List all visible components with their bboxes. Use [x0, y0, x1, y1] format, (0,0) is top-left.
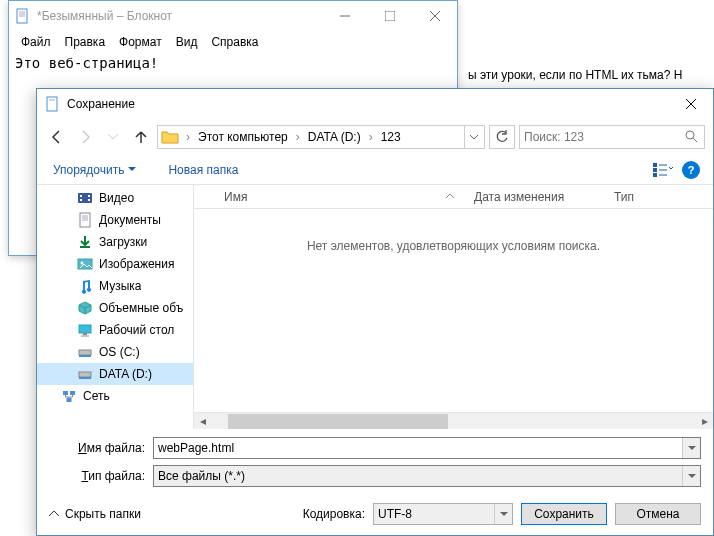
notepad-editor[interactable]: Это веб-страница!	[9, 51, 457, 75]
filename-dropdown[interactable]	[682, 438, 700, 458]
svg-rect-21	[80, 195, 82, 197]
sidebar-item-drive[interactable]: DATA (D:)	[37, 363, 193, 385]
scroll-thumb[interactable]	[228, 414, 448, 429]
chevron-right-icon[interactable]: ›	[367, 130, 375, 144]
menu-format[interactable]: Формат	[113, 33, 168, 49]
horizontal-scrollbar[interactable]: ◂ ▸	[194, 412, 713, 429]
svg-rect-33	[83, 333, 87, 335]
cube-icon	[77, 300, 93, 316]
svg-rect-40	[79, 377, 91, 379]
menu-view[interactable]: Вид	[170, 33, 204, 49]
save-button[interactable]: Сохранить	[521, 503, 607, 525]
column-header-name[interactable]: Имя	[214, 190, 464, 204]
notepad-title: *Безымянный – Блокнот	[31, 9, 322, 23]
svg-point-39	[88, 374, 90, 376]
svg-rect-8	[47, 97, 57, 111]
sidebar-item-label: Загрузки	[99, 235, 147, 249]
refresh-button[interactable]	[489, 125, 515, 149]
crumb-root[interactable]: Этот компьютер	[192, 126, 294, 148]
dialog-close-button[interactable]	[668, 89, 713, 119]
close-button[interactable]	[412, 1, 457, 31]
new-folder-label: Новая папка	[168, 163, 238, 177]
notepad-icon	[15, 8, 31, 24]
notepad-menu: Файл Правка Формат Вид Справка	[9, 31, 457, 51]
sidebar-item-drive[interactable]: OS (C:)	[37, 341, 193, 363]
sidebar-item-label: Объемные объ	[99, 301, 183, 315]
dialog-footer: Скрыть папки Кодировка: UTF-8 Сохранить …	[37, 497, 713, 531]
music-icon	[77, 278, 93, 294]
maximize-button[interactable]	[367, 1, 412, 31]
search-input[interactable]	[524, 130, 684, 144]
filename-input[interactable]	[158, 441, 696, 455]
nav-up-button[interactable]	[129, 125, 153, 149]
file-list[interactable]: Нет элементов, удовлетворяющих условиям …	[194, 209, 713, 412]
hide-folders-label: Скрыть папки	[65, 507, 141, 521]
scroll-left-arrow[interactable]: ◂	[194, 413, 211, 430]
filetype-field[interactable]: Все файлы (*.*)	[153, 465, 701, 487]
picture-icon	[77, 256, 93, 272]
sidebar: ВидеоДокументыЗагрузкиИзображенияМузыкаО…	[37, 185, 194, 429]
chevron-right-icon[interactable]: ›	[184, 130, 192, 144]
chevron-right-icon[interactable]: ›	[294, 130, 302, 144]
sort-indicator-icon	[446, 194, 454, 199]
breadcrumb[interactable]: › Этот компьютер › DATA (D:) › 123	[157, 125, 485, 149]
sidebar-item-label: Музыка	[99, 279, 141, 293]
svg-rect-16	[653, 173, 657, 177]
crumb-folder[interactable]: 123	[375, 126, 407, 148]
hide-folders-button[interactable]: Скрыть папки	[49, 507, 141, 521]
minimize-button[interactable]	[322, 1, 367, 31]
save-dialog: Сохранение › Этот компьютер › DATA (D:) …	[36, 88, 714, 536]
encoding-select[interactable]: UTF-8	[373, 503, 513, 525]
sidebar-item-download[interactable]: Загрузки	[37, 231, 193, 253]
menu-file[interactable]: Файл	[15, 33, 57, 49]
column-header-type[interactable]: Тип	[604, 190, 644, 204]
encoding-dropdown[interactable]	[494, 504, 512, 524]
svg-line-13	[693, 138, 697, 142]
menu-edit[interactable]: Правка	[59, 33, 112, 49]
sidebar-item-music[interactable]: Музыка	[37, 275, 193, 297]
scroll-right-arrow[interactable]: ▸	[696, 413, 713, 430]
filetype-dropdown[interactable]	[682, 466, 700, 486]
nav-recent-button[interactable]	[101, 125, 125, 149]
menu-help[interactable]: Справка	[205, 33, 264, 49]
search-icon[interactable]	[684, 129, 700, 145]
sidebar-item-picture[interactable]: Изображения	[37, 253, 193, 275]
nav-back-button[interactable]	[45, 125, 69, 149]
breadcrumb-dropdown[interactable]	[464, 126, 482, 148]
drive-icon	[77, 366, 93, 382]
sidebar-item-cube[interactable]: Объемные объ	[37, 297, 193, 319]
crumb-drive[interactable]: DATA (D:)	[302, 126, 367, 148]
sidebar-item-doc[interactable]: Документы	[37, 209, 193, 231]
nav-bar: › Этот компьютер › DATA (D:) › 123	[37, 119, 713, 155]
new-folder-button[interactable]: Новая папка	[162, 159, 244, 181]
drive-icon	[77, 344, 93, 360]
cancel-button[interactable]: Отмена	[615, 503, 701, 525]
filename-field[interactable]	[153, 437, 701, 459]
notepad-titlebar[interactable]: *Безымянный – Блокнот	[9, 1, 457, 31]
svg-rect-24	[88, 199, 90, 201]
svg-rect-23	[88, 195, 90, 197]
column-headers: Имя Дата изменения Тип	[194, 185, 713, 209]
dialog-titlebar[interactable]: Сохранение	[37, 89, 713, 119]
filename-label: Имя файла:	[49, 441, 153, 455]
svg-rect-20	[78, 193, 92, 203]
sidebar-item-label: Видео	[99, 191, 134, 205]
organize-button[interactable]: Упорядочить	[47, 159, 142, 181]
svg-point-12	[686, 131, 694, 139]
svg-rect-15	[653, 168, 657, 172]
sidebar-item-label: DATA (D:)	[99, 367, 152, 381]
toolbar: Упорядочить Новая папка ?	[37, 155, 713, 185]
svg-rect-5	[385, 11, 395, 21]
sidebar-item-network[interactable]: Сеть	[37, 385, 193, 407]
help-button[interactable]: ?	[679, 158, 703, 182]
search-box[interactable]	[519, 125, 705, 149]
nav-forward-button[interactable]	[73, 125, 97, 149]
sidebar-item-desktop[interactable]: Рабочий стол	[37, 319, 193, 341]
sidebar-item-video[interactable]: Видео	[37, 187, 193, 209]
svg-rect-41	[63, 391, 68, 395]
svg-rect-14	[653, 163, 657, 167]
encoding-label: Кодировка:	[303, 507, 365, 521]
col-name-label: Имя	[224, 190, 247, 204]
column-header-date[interactable]: Дата изменения	[464, 190, 604, 204]
view-button[interactable]	[651, 158, 675, 182]
